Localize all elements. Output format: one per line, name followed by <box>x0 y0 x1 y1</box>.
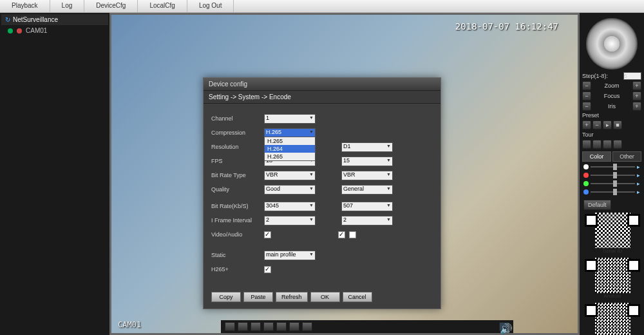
h265-checkbox[interactable] <box>264 266 271 273</box>
qr-serial-label: Serial ID <box>583 248 641 254</box>
compression-label: Compression <box>211 129 264 136</box>
quality-label: Quality <box>211 186 264 193</box>
resolution-label: Resolution <box>211 144 264 150</box>
layout-25-button[interactable] <box>276 322 287 331</box>
menu-playback[interactable]: Playback <box>0 0 50 12</box>
device-tree-panel: NetSurveillance CAM01 <box>0 13 109 335</box>
focus-out-button[interactable]: − <box>582 91 591 100</box>
sub-quality-select[interactable]: General <box>341 185 393 195</box>
dialog-title: Device config <box>204 78 440 91</box>
copy-button[interactable]: Copy <box>211 292 241 302</box>
record-icon <box>8 28 13 34</box>
cancel-button[interactable]: Cancel <box>343 292 372 302</box>
tour-1-button[interactable] <box>582 140 591 149</box>
iris-close-button[interactable]: − <box>582 102 591 111</box>
sub-fps-select[interactable]: 15 <box>341 157 393 166</box>
tour-label: Tour <box>582 131 641 138</box>
preset-goto-button[interactable]: ▸ <box>603 120 612 129</box>
channel-label: Channel <box>211 115 264 122</box>
focus-label: Focus <box>592 93 631 99</box>
zoom-out-button[interactable]: − <box>582 81 591 90</box>
menu-logout[interactable]: Log Out <box>187 0 234 12</box>
top-menu-bar: Playback Log DeviceCfg LocalCfg Log Out <box>0 0 644 13</box>
main-video-checkbox[interactable] <box>264 231 271 238</box>
video-timestamp: 2018-07-07 16:12:47 <box>455 21 558 32</box>
sub-bitrate-select[interactable]: 507 <box>341 202 393 211</box>
bitrate-label: Bit Rate(Kb/S) <box>211 203 264 209</box>
hue-slider[interactable]: ▸ <box>583 189 640 195</box>
static-label: Static <box>211 252 264 258</box>
iris-open-button[interactable]: + <box>632 102 641 111</box>
iframe-select[interactable]: 2 <box>264 216 316 225</box>
layout-full-button[interactable] <box>302 322 312 331</box>
bitrate-select[interactable]: 3045 <box>264 202 316 211</box>
tour-3-button[interactable] <box>603 140 612 149</box>
menu-localcfg[interactable]: LocalCfg <box>138 0 187 12</box>
brtype-label: Bit Rate Type <box>211 172 264 178</box>
sub-resolution-select[interactable]: D1 <box>341 142 393 152</box>
sub-audio-checkbox[interactable] <box>349 231 356 238</box>
layout-36-button[interactable] <box>289 322 299 331</box>
preset-add-button[interactable]: + <box>582 120 591 129</box>
preset-label: Preset <box>582 112 641 119</box>
tour-2-button[interactable] <box>592 140 601 149</box>
paste-button[interactable]: Paste <box>243 292 273 302</box>
step-select[interactable]: 5 <box>623 72 641 80</box>
refresh-button[interactable]: Refresh <box>276 292 308 302</box>
brightness-slider[interactable]: ▸ <box>583 164 640 170</box>
view-layout-bar: 🔊 <box>221 320 513 333</box>
ptz-direction-wheel[interactable] <box>586 18 638 70</box>
color-tab[interactable]: Color <box>582 151 611 162</box>
status-icon <box>17 28 22 34</box>
tree-root-label: NetSurveillance <box>13 16 58 23</box>
hue-icon <box>583 189 589 195</box>
breadcrumb: Setting -> System -> Encode <box>204 91 440 104</box>
tree-cam-item[interactable]: CAM01 <box>1 25 108 36</box>
compression-dropdown: H.265 H.264 H.265 <box>264 137 316 161</box>
zoom-label: Zoom <box>592 82 631 89</box>
tree-root[interactable]: NetSurveillance <box>1 14 108 25</box>
zoom-in-button[interactable]: + <box>632 81 641 90</box>
sub-brtype-select[interactable]: VBR <box>341 171 393 180</box>
step-label: Step(1-8): <box>582 73 622 79</box>
quality-select[interactable]: Good <box>264 185 316 195</box>
focus-in-button[interactable]: + <box>632 91 641 100</box>
menu-log[interactable]: Log <box>50 0 85 12</box>
compression-option-0[interactable]: H.265 <box>265 137 315 145</box>
qr-serial <box>595 213 630 248</box>
qr-android <box>595 258 630 293</box>
cam-label: CAM01 <box>26 27 47 34</box>
ok-button[interactable]: OK <box>310 292 340 302</box>
video-cam-label: CAM01 <box>118 320 141 329</box>
brightness-icon <box>583 164 589 169</box>
device-config-dialog: Device config Setting -> System -> Encod… <box>203 77 441 309</box>
layout-9-button[interactable] <box>251 322 261 331</box>
static-select[interactable]: main profile <box>264 251 316 260</box>
tour-4-button[interactable] <box>613 140 622 149</box>
sub-video-checkbox[interactable] <box>338 231 345 238</box>
compression-option-2[interactable]: H.265 <box>265 153 315 160</box>
h265-label: H265+ <box>211 266 264 273</box>
preset-stop-button[interactable]: ■ <box>613 120 622 129</box>
channel-select[interactable]: 1 <box>264 114 316 124</box>
audio-toggle-button[interactable]: 🔊 <box>499 322 509 331</box>
contrast-icon <box>583 173 589 178</box>
saturation-slider[interactable]: ▸ <box>583 180 640 187</box>
brtype-select[interactable]: VBR <box>264 171 316 180</box>
default-button[interactable]: Default <box>583 200 611 210</box>
va-label: Video/Audio <box>211 231 264 238</box>
iframe-label: I Frame Interval <box>211 217 264 224</box>
layout-1-button[interactable] <box>225 322 235 331</box>
contrast-slider[interactable]: ▸ <box>583 172 640 178</box>
iris-label: Iris <box>592 103 631 110</box>
other-tab[interactable]: Other <box>612 151 641 162</box>
compression-option-1[interactable]: H.264 <box>265 145 315 153</box>
saturation-icon <box>583 181 589 186</box>
qr-ios <box>595 303 630 335</box>
layout-16-button[interactable] <box>263 322 274 331</box>
sub-iframe-select[interactable]: 2 <box>341 216 393 225</box>
qr-android-label: Android <box>583 293 641 299</box>
preset-del-button[interactable]: − <box>592 120 601 129</box>
layout-4-button[interactable] <box>238 322 248 331</box>
menu-devicecfg[interactable]: DeviceCfg <box>84 0 138 12</box>
